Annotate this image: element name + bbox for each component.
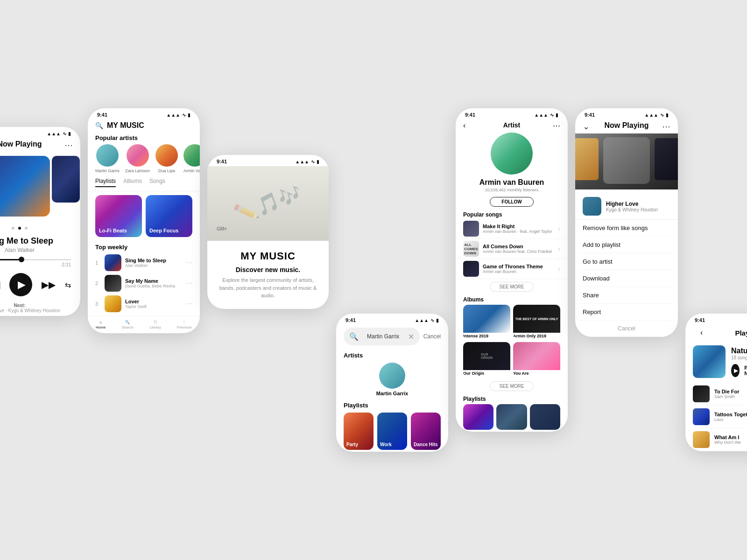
artist-photo bbox=[491, 133, 533, 175]
weekly-more-3[interactable]: ⋯ bbox=[186, 300, 192, 308]
signal-icon: ▲▲▲ bbox=[47, 131, 61, 136]
weekly-more-1[interactable]: ⋯ bbox=[186, 259, 192, 266]
p6-chevron-down[interactable]: ⌄ bbox=[583, 121, 590, 132]
p6-carousel-dots bbox=[575, 189, 678, 193]
clear-search-icon[interactable]: ✕ bbox=[408, 332, 414, 341]
weekly-track-1[interactable]: 1 Sing Me to Sleep Alan Walker ⋯ bbox=[88, 252, 200, 273]
artist-item-3[interactable]: Dua Lipa bbox=[155, 144, 178, 173]
song-more-3[interactable]: › bbox=[558, 265, 560, 273]
album-you-are[interactable]: You Are bbox=[513, 342, 560, 377]
wifi-icon: ∿ bbox=[63, 131, 66, 136]
pl-best-armin[interactable] bbox=[530, 404, 560, 430]
progress-thumb[interactable] bbox=[19, 257, 24, 262]
context-download[interactable]: Download bbox=[579, 270, 674, 287]
artist-avatar-3 bbox=[155, 144, 178, 167]
status-bar-1: 9:41 ▲▲▲ ∿ ▮ bbox=[0, 127, 80, 138]
see-more-albums-button[interactable]: SEE MORE bbox=[490, 381, 534, 391]
tab-albums[interactable]: Albums bbox=[123, 178, 142, 187]
dot-2[interactable] bbox=[18, 227, 21, 230]
tabs-row: Playlists Albums Songs bbox=[88, 178, 200, 191]
premium-icon: ♡ bbox=[183, 320, 186, 324]
weekly-more-2[interactable]: ⋯ bbox=[186, 280, 192, 287]
playlist-card-2[interactable]: Deep Focus bbox=[146, 195, 192, 237]
progress-track[interactable] bbox=[0, 259, 71, 260]
tab-playlists[interactable]: Playlists bbox=[95, 178, 116, 187]
top-weekly-label: Top weekly bbox=[88, 241, 200, 252]
wifi-icon-2: ∿ bbox=[182, 112, 186, 118]
nav-home[interactable]: ⌂ Home bbox=[96, 320, 106, 329]
progress-bar[interactable]: 1:52 -3:31 bbox=[0, 255, 80, 269]
status-icons-4: ▲▲▲ ∿ ▮ bbox=[415, 318, 439, 323]
see-more-songs-button[interactable]: SEE MORE bbox=[490, 282, 534, 292]
artist-name-2: Zara Larsson bbox=[125, 168, 150, 173]
pl-track-3[interactable]: What Am I Why Don't We ⋯ bbox=[693, 428, 747, 451]
follow-button[interactable]: FOLLOW bbox=[490, 197, 533, 207]
albums-label: Albums bbox=[463, 296, 560, 303]
p7-back-icon[interactable]: ‹ bbox=[693, 327, 710, 339]
artist-more-icon[interactable]: ⋯ bbox=[553, 121, 560, 130]
weekly-track-2[interactable]: 2 Say My Name David Guetta, Bebe Rexha ⋯ bbox=[88, 273, 200, 294]
nav-premium[interactable]: ♡ Premium bbox=[177, 320, 192, 329]
dot-1[interactable] bbox=[12, 227, 14, 230]
song-more-2[interactable]: › bbox=[558, 245, 560, 252]
playlist-card-1[interactable]: Lo-Fi Beats bbox=[95, 195, 142, 237]
artist-item-2[interactable]: Zara Larsson bbox=[125, 144, 150, 173]
song-thumb-3 bbox=[463, 261, 479, 277]
search-playlist-dance[interactable]: Dance Hits bbox=[411, 413, 441, 450]
nav-search[interactable]: 🔍 Search bbox=[122, 320, 134, 329]
signal-icon-4: ▲▲▲ bbox=[415, 318, 429, 323]
pl-track-2[interactable]: Tattoos Together Lauv ⋯ bbox=[693, 406, 747, 428]
signal-icon-2: ▲▲▲ bbox=[166, 112, 180, 118]
weekly-track-3[interactable]: 3 Lover Taylor Swift ⋯ bbox=[88, 294, 200, 314]
album-intense[interactable]: Intense 2019 bbox=[463, 305, 510, 339]
search-input[interactable]: Martin Garrix bbox=[361, 330, 405, 343]
tab-songs[interactable]: Songs bbox=[149, 178, 165, 187]
nav-library[interactable]: ☷ Library bbox=[149, 320, 161, 329]
status-bar-2: 9:41 ▲▲▲ ∿ ▮ bbox=[88, 108, 200, 119]
context-report[interactable]: Report bbox=[579, 304, 674, 321]
next-button[interactable]: ▶▶ bbox=[42, 279, 56, 290]
song-artist-3: Armin van Buuren bbox=[483, 269, 554, 274]
album-our-origin[interactable]: OURORIGIN Our Origin bbox=[463, 342, 510, 377]
more-options-icon[interactable]: ⋯ bbox=[64, 140, 73, 150]
search-icon[interactable]: 🔍 bbox=[95, 122, 103, 129]
back-icon[interactable]: ‹ bbox=[463, 121, 465, 130]
song-item-1[interactable]: Make It Right Armin van Buuren · feat. A… bbox=[456, 219, 568, 239]
nav-search-label: Search bbox=[122, 325, 134, 329]
song-item-2[interactable]: ALLCOMESDOWN All Comes Down Armin van Bu… bbox=[456, 239, 568, 259]
status-icons-3: ▲▲▲ ∿ ▮ bbox=[295, 159, 319, 164]
playlist-meta-info: 18 songs · 2h 40m bbox=[731, 355, 747, 360]
albums-section: Albums Intense 2019 THE BEST OF ARMIN ON… bbox=[456, 294, 568, 378]
playlist-play-button[interactable]: ▶ bbox=[731, 364, 740, 377]
context-go-artist[interactable]: Go to artist bbox=[579, 253, 674, 270]
context-cancel[interactable]: Cancel bbox=[579, 321, 674, 337]
song-more-1[interactable]: › bbox=[558, 225, 560, 232]
search-playlist-party[interactable]: Party bbox=[344, 413, 374, 450]
artist-item-4[interactable]: Armin Van... bbox=[183, 144, 200, 173]
play-button[interactable]: ▶ bbox=[9, 273, 32, 296]
dot-3[interactable] bbox=[25, 227, 28, 230]
status-bar-5: 9:41 ▲▲▲ ∿ ▮ bbox=[456, 108, 568, 119]
shuffle-button[interactable]: ⇆ bbox=[65, 280, 71, 289]
playlist-name: Nature bbox=[731, 347, 747, 355]
search-artist-result[interactable]: Martin Garrix bbox=[336, 361, 448, 398]
artist-avatar-2 bbox=[127, 144, 149, 167]
context-add-playlist[interactable]: Add to playlist bbox=[579, 237, 674, 253]
p6-title: Now Playing bbox=[585, 121, 669, 130]
search-playlist-work[interactable]: Work bbox=[377, 413, 407, 450]
phone-context-menu: 9:41 ▲▲▲ ∿ ▮ ⌄ Now Playing ⋯ High bbox=[575, 108, 678, 337]
pl-trance[interactable] bbox=[463, 404, 493, 430]
library-icon: ☷ bbox=[154, 320, 157, 324]
p6-more-icon[interactable]: ⋯ bbox=[662, 121, 670, 132]
cancel-button[interactable]: Cancel bbox=[423, 333, 441, 340]
pl-track-1[interactable]: To Die For Sam Smith ⋯ bbox=[693, 383, 747, 406]
artist-item-1[interactable]: Martin Garrix bbox=[95, 144, 120, 173]
album-armin-only[interactable]: THE BEST OF ARMIN ONLY Armin Only 2019 bbox=[513, 305, 560, 339]
context-remove-like[interactable]: Remove form like songs bbox=[579, 220, 674, 237]
splash-tagline: Discover new music. bbox=[217, 266, 319, 273]
pl-workout[interactable] bbox=[496, 404, 527, 430]
context-share[interactable]: Share bbox=[579, 287, 674, 304]
search-box[interactable]: 🔍 Martin Garrix ✕ bbox=[344, 328, 420, 345]
song-item-3[interactable]: Game of Thrones Theme Armin van Buuren › bbox=[456, 259, 568, 279]
weekly-title-2: Say My Name bbox=[125, 278, 182, 284]
